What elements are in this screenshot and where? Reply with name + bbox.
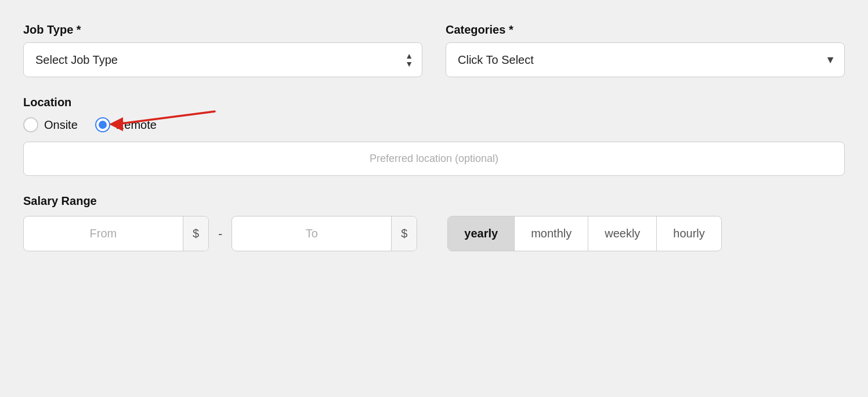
onsite-radio[interactable]	[23, 117, 38, 132]
salary-from-group: $	[23, 216, 209, 251]
categories-label: Categories *	[446, 23, 845, 37]
salary-to-currency: $	[391, 216, 417, 251]
location-radio-group: Onsite Remote	[23, 117, 845, 132]
remote-option[interactable]: Remote	[95, 117, 157, 132]
period-hourly-button[interactable]: hourly	[657, 216, 721, 251]
period-weekly-button[interactable]: weekly	[588, 216, 657, 251]
categories-select-wrapper: Click To Select ▼	[446, 42, 845, 77]
period-monthly-button[interactable]: monthly	[515, 216, 588, 251]
preferred-location-input[interactable]	[23, 142, 845, 176]
remote-label: Remote	[116, 118, 157, 132]
location-label: Location	[23, 96, 845, 109]
salary-from-input[interactable]	[24, 216, 183, 251]
categories-select[interactable]: Click To Select	[446, 42, 845, 77]
onsite-option[interactable]: Onsite	[23, 117, 78, 132]
job-type-label: Job Type *	[23, 23, 422, 37]
period-group: yearly monthly weekly hourly	[447, 216, 722, 251]
salary-to-input[interactable]	[232, 216, 391, 251]
form-container: Job Type * Select Job Type Full-time Par…	[23, 23, 845, 251]
onsite-label: Onsite	[44, 118, 78, 132]
remote-radio[interactable]	[95, 117, 110, 132]
job-type-group: Job Type * Select Job Type Full-time Par…	[23, 23, 422, 77]
job-type-select-wrapper: Select Job Type Full-time Part-time Cont…	[23, 42, 422, 77]
period-yearly-button[interactable]: yearly	[448, 216, 515, 251]
location-section: Location Onsite Remote	[23, 96, 845, 176]
salary-range-label: Salary Range	[23, 194, 845, 208]
job-type-select[interactable]: Select Job Type Full-time Part-time Cont…	[23, 42, 422, 77]
categories-group: Categories * Click To Select ▼	[446, 23, 845, 77]
top-row: Job Type * Select Job Type Full-time Par…	[23, 23, 845, 77]
salary-to-group: $	[232, 216, 417, 251]
salary-from-currency: $	[183, 216, 208, 251]
salary-dash: -	[216, 226, 225, 241]
salary-section: Salary Range $ - $ yearly monthly weekly…	[23, 194, 845, 251]
salary-row: $ - $ yearly monthly weekly hourly	[23, 216, 845, 251]
